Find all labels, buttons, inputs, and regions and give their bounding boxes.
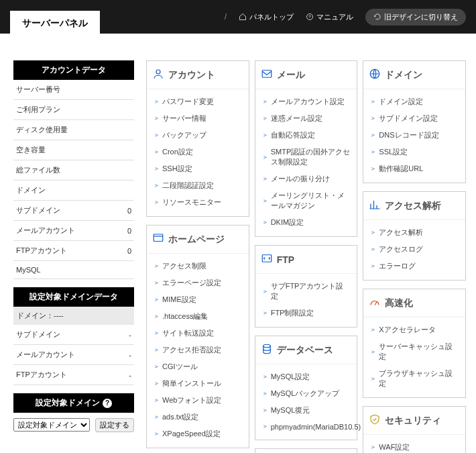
card-header: データベース — [255, 336, 357, 364]
svg-rect-3 — [154, 234, 163, 242]
menu-item[interactable]: ＞リソースモニター — [152, 194, 243, 211]
menu-item[interactable]: ＞メールの振り分け — [261, 170, 352, 187]
table-row: サーバー番号 — [13, 80, 134, 100]
menu-item[interactable]: ＞ads.txt設定 — [152, 409, 243, 425]
chevron-right-icon: ＞ — [262, 406, 268, 415]
card-header: ドメイン — [363, 61, 465, 89]
account-data-title: アカウントデータ — [13, 60, 134, 80]
manual-link[interactable]: ? マニュアル — [306, 12, 353, 22]
homepage-icon — [152, 232, 164, 246]
menu-item[interactable]: ＞MIME設定 — [152, 291, 243, 308]
menu-item[interactable]: ＞phpmyadmin(MariaDB10.5) — [261, 419, 352, 434]
menu-item[interactable]: ＞SSH設定 — [152, 160, 243, 177]
menu-item[interactable]: ＞エラーログ — [369, 258, 460, 274]
menu-item[interactable]: ＞サブドメイン設定 — [369, 110, 460, 127]
menu-item[interactable]: ＞アクセスログ — [369, 241, 460, 258]
menu-item[interactable]: ＞パスワード変更 — [152, 93, 243, 110]
chevron-right-icon: ＞ — [154, 329, 160, 338]
card-account: アカウント＞パスワード変更＞サーバー情報＞バックアップ＞Cron設定＞SSH設定… — [146, 60, 249, 217]
chevron-right-icon: ＞ — [370, 245, 376, 254]
svg-rect-6 — [262, 70, 272, 78]
menu-item[interactable]: ＞簡単インストール — [152, 375, 243, 392]
chevron-right-icon: ＞ — [154, 198, 160, 207]
menu-item[interactable]: ＞Xアクセラレータ — [369, 321, 460, 338]
chevron-right-icon: ＞ — [154, 148, 160, 156]
top-bar: サーバーパネル / パネルトップ ? マニュアル 旧デザインに切り替え — [0, 0, 476, 34]
refresh-icon — [373, 13, 381, 21]
menu-item[interactable]: ＞MySQLバックアップ — [261, 385, 352, 402]
table-row: FTPアカウント0 — [13, 241, 134, 261]
mail-icon — [261, 68, 273, 82]
sidebar: アカウントデータ サーバー番号ご利用プランディスク使用量空き容量総ファイル数ドメ… — [13, 60, 134, 440]
card-php: PHP＞PHP Ver.切替＞php.ini設定 — [255, 448, 358, 453]
chevron-right-icon: ＞ — [262, 97, 268, 106]
menu-item[interactable]: ＞アクセス解析 — [369, 224, 460, 241]
set-domain-button[interactable]: 設定する — [95, 418, 134, 432]
chevron-right-icon: ＞ — [262, 422, 268, 431]
help-icon: ? — [306, 13, 314, 21]
menu-item[interactable]: ＞FTP制限設定 — [261, 305, 352, 321]
menu-item[interactable]: ＞SMTP認証の国外アクセス制限設定 — [261, 144, 352, 170]
table-row: メールアカウント- — [13, 345, 134, 365]
card-ftp: FTP＞サブFTPアカウント設定＞FTP制限設定 — [255, 245, 358, 328]
set-domain-block: 設定対象ドメイン? 設定対象ドメイン 設定する — [13, 393, 134, 432]
panel-top-link[interactable]: パネルトップ — [239, 12, 294, 22]
table-row: ご利用プラン — [13, 100, 134, 120]
menu-item[interactable]: ＞Webフォント設定 — [152, 392, 243, 409]
menu-item[interactable]: ＞アクセス拒否設定 — [152, 342, 243, 358]
menu-item[interactable]: ＞アクセス制限 — [152, 258, 243, 274]
svg-point-2 — [156, 70, 160, 74]
help-badge-icon[interactable]: ? — [103, 399, 112, 408]
menu-item[interactable]: ＞Cron設定 — [152, 144, 243, 160]
menu-item[interactable]: ＞DNSレコード設定 — [369, 127, 460, 144]
menu-item[interactable]: ＞XPageSpeed設定 — [152, 425, 243, 442]
domain-select[interactable]: 設定対象ドメイン — [13, 418, 90, 432]
breadcrumb-sep: / — [225, 12, 227, 21]
menu-item[interactable]: ＞メーリングリスト・メールマガジン — [261, 187, 352, 214]
chevron-right-icon: ＞ — [262, 287, 268, 296]
menu-item[interactable]: ＞WAF設定 — [369, 439, 460, 453]
account-icon — [152, 68, 164, 82]
chevron-right-icon: ＞ — [262, 372, 268, 381]
table-row: ディスク使用量 — [13, 120, 134, 140]
svg-point-8 — [263, 344, 270, 348]
menu-item[interactable]: ＞サーバー情報 — [152, 110, 243, 127]
menu-item[interactable]: ＞サーバーキャッシュ設定 — [369, 338, 460, 365]
menu-item[interactable]: ＞CGIツール — [152, 358, 243, 375]
menu-item[interactable]: ＞.htaccess編集 — [152, 308, 243, 325]
menu-item[interactable]: ＞バックアップ — [152, 127, 243, 144]
menu-item[interactable]: ＞MySQL設定 — [261, 368, 352, 385]
menu-item[interactable]: ＞ドメイン設定 — [369, 93, 460, 110]
chevron-right-icon: ＞ — [262, 309, 268, 317]
old-design-button[interactable]: 旧デザインに切り替え — [365, 9, 466, 26]
menu-item[interactable]: ＞自動応答設定 — [261, 127, 352, 144]
menu-item[interactable]: ＞メールアカウント設定 — [261, 93, 352, 110]
menu-item[interactable]: ＞サイト転送設定 — [152, 325, 243, 342]
menu-item[interactable]: ＞エラーページ設定 — [152, 274, 243, 291]
card-header: 高速化 — [363, 289, 465, 317]
menu-item[interactable]: ＞動作確認URL — [369, 160, 460, 177]
card-database: データベース＞MySQL設定＞MySQLバックアップ＞MySQL復元＞phpmy… — [255, 336, 358, 440]
card-header: ホームページ — [147, 225, 249, 254]
set-domain-title: 設定対象ドメイン? — [13, 393, 134, 413]
menu-item[interactable]: ＞二段階認証設定 — [152, 177, 243, 194]
card-domain: ドメイン＞ドメイン設定＞サブドメイン設定＞DNSレコード設定＞SSL設定＞動作確… — [363, 60, 466, 183]
menu-item[interactable]: ＞ブラウザキャッシュ設定 — [369, 365, 460, 392]
card-homepage: ホームページ＞アクセス制限＞エラーページ設定＞MIME設定＞.htaccess編… — [146, 225, 249, 448]
menu-item[interactable]: ＞SSL設定 — [369, 144, 460, 160]
menu-item[interactable]: ＞サブFTPアカウント設定 — [261, 278, 352, 305]
chevron-right-icon: ＞ — [370, 374, 376, 383]
chevron-right-icon: ＞ — [370, 164, 376, 173]
menu-item[interactable]: ＞DKIM設定 — [261, 214, 352, 231]
chevron-right-icon: ＞ — [154, 164, 160, 173]
menu-item[interactable]: ＞MySQL復元 — [261, 402, 352, 419]
main-grid: アカウント＞パスワード変更＞サーバー情報＞バックアップ＞Cron設定＞SSH設定… — [146, 60, 466, 453]
card-header: アクセス解析 — [363, 192, 465, 220]
chevron-right-icon: ＞ — [154, 379, 160, 388]
chevron-right-icon: ＞ — [154, 430, 160, 438]
menu-item[interactable]: ＞迷惑メール設定 — [261, 110, 352, 127]
chevron-right-icon: ＞ — [370, 443, 376, 452]
account-data-block: アカウントデータ サーバー番号ご利用プランディスク使用量空き容量総ファイル数ドメ… — [13, 60, 134, 279]
card-header: FTP — [255, 246, 357, 274]
chevron-right-icon: ＞ — [154, 114, 160, 123]
